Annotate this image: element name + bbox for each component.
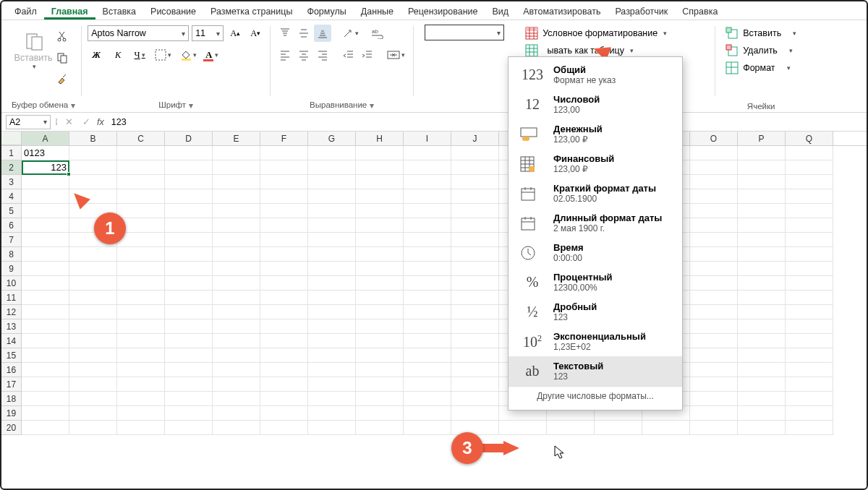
cell[interactable]	[213, 363, 260, 377]
align-bottom-button[interactable]	[314, 25, 331, 42]
tab-Вид[interactable]: Вид	[485, 4, 516, 20]
cell[interactable]	[69, 406, 117, 421]
cell[interactable]	[451, 334, 499, 348]
cell[interactable]	[786, 233, 833, 247]
cell[interactable]	[117, 175, 165, 189]
cell[interactable]	[69, 334, 117, 348]
cell[interactable]	[165, 363, 213, 377]
cell[interactable]	[213, 319, 260, 334]
nf-item-Денежный[interactable]: Денежный123,00 ₽	[509, 119, 682, 149]
cell[interactable]	[165, 233, 213, 247]
row-header[interactable]: 15	[1, 348, 22, 363]
cell[interactable]	[451, 204, 499, 218]
cell[interactable]	[165, 146, 213, 160]
cell[interactable]	[404, 247, 451, 262]
cell[interactable]	[117, 276, 165, 291]
cell[interactable]	[404, 233, 451, 247]
cell[interactable]	[213, 305, 260, 319]
row-header[interactable]: 18	[1, 392, 22, 406]
nf-more-formats[interactable]: Другие числовые форматы...	[509, 386, 682, 405]
cell[interactable]	[22, 392, 69, 406]
cell[interactable]	[356, 247, 404, 262]
cell[interactable]	[260, 291, 308, 305]
cell[interactable]	[260, 421, 308, 435]
row-header[interactable]: 17	[1, 377, 22, 392]
cell[interactable]	[451, 247, 499, 262]
cell[interactable]	[260, 189, 308, 204]
cell[interactable]	[213, 233, 260, 247]
cell[interactable]	[213, 204, 260, 218]
cell[interactable]	[165, 276, 213, 291]
cell[interactable]	[690, 319, 738, 334]
cell[interactable]	[213, 421, 260, 435]
cell[interactable]	[308, 204, 356, 218]
cell[interactable]	[786, 421, 833, 435]
nf-item-Общий[interactable]: 123ОбщийФормат не указ	[509, 60, 682, 90]
cancel-edit-button[interactable]: ✕	[62, 113, 75, 131]
cell[interactable]	[690, 291, 738, 305]
cell[interactable]	[499, 421, 547, 435]
cell[interactable]	[117, 392, 165, 406]
cell[interactable]	[308, 334, 356, 348]
cell[interactable]	[165, 334, 213, 348]
fx-icon[interactable]: fx	[97, 117, 104, 127]
column-header[interactable]: J	[451, 132, 499, 145]
cell[interactable]	[786, 175, 833, 189]
cell[interactable]	[738, 160, 786, 175]
cell[interactable]	[308, 305, 356, 319]
merge-cells-button[interactable]: ▾	[385, 46, 407, 64]
cell[interactable]	[786, 247, 833, 262]
row-header[interactable]: 8	[1, 247, 22, 262]
cell[interactable]	[213, 160, 260, 175]
cell[interactable]	[404, 305, 451, 319]
clipboard-dialog-launcher[interactable]: ▾	[71, 100, 75, 111]
cell[interactable]	[786, 319, 833, 334]
cell[interactable]	[356, 406, 404, 421]
cell[interactable]	[738, 406, 786, 421]
cell[interactable]	[308, 262, 356, 276]
paste-button[interactable]: Вставить ▾	[16, 25, 51, 77]
cell[interactable]	[308, 406, 356, 421]
spreadsheet-grid[interactable]: ABCDEFGHIJKLMNOPQ 1012321233456789101112…	[1, 132, 867, 435]
cell[interactable]	[451, 406, 499, 421]
cell[interactable]	[260, 146, 308, 160]
cell[interactable]	[117, 291, 165, 305]
cell[interactable]	[786, 262, 833, 276]
format-painter-button[interactable]	[54, 71, 71, 88]
cell[interactable]	[404, 406, 451, 421]
cell[interactable]	[690, 334, 738, 348]
align-top-button[interactable]	[276, 25, 294, 42]
cell[interactable]	[260, 334, 308, 348]
insert-cells-button[interactable]: Вставить▾	[721, 25, 801, 42]
row-header[interactable]: 12	[1, 305, 22, 319]
cell[interactable]	[356, 233, 404, 247]
cell[interactable]	[404, 348, 451, 363]
cell[interactable]	[22, 218, 69, 233]
align-middle-button[interactable]	[295, 25, 312, 42]
shrink-font-button[interactable]: A▾	[247, 25, 264, 42]
row-header[interactable]: 2	[1, 160, 22, 175]
cell[interactable]	[260, 319, 308, 334]
cell[interactable]	[69, 146, 117, 160]
cell[interactable]	[22, 175, 69, 189]
cell[interactable]	[356, 348, 404, 363]
cell[interactable]	[308, 175, 356, 189]
cell[interactable]	[213, 348, 260, 363]
cell[interactable]	[356, 146, 404, 160]
cell[interactable]	[404, 334, 451, 348]
cell[interactable]	[213, 247, 260, 262]
cell[interactable]	[260, 305, 308, 319]
cell[interactable]	[260, 204, 308, 218]
nf-item-Процентный[interactable]: %Процентный12300,00%	[509, 267, 682, 297]
cell[interactable]	[786, 392, 833, 406]
cell[interactable]	[451, 218, 499, 233]
cell[interactable]	[690, 363, 738, 377]
cut-button[interactable]	[54, 27, 71, 45]
cell[interactable]	[356, 305, 404, 319]
cell[interactable]	[308, 189, 356, 204]
cell[interactable]	[738, 348, 786, 363]
cell[interactable]	[117, 421, 165, 435]
cell[interactable]	[738, 377, 786, 392]
cell[interactable]	[690, 262, 738, 276]
tab-Разработчик[interactable]: Разработчик	[608, 4, 675, 20]
